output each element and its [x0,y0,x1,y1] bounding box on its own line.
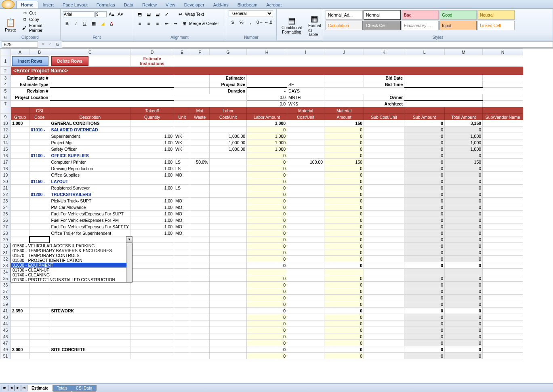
wrap-text-icon[interactable]: ↩ [176,10,184,18]
cell[interactable]: 0 [247,165,287,172]
cell[interactable] [11,320,29,327]
cell[interactable] [210,198,247,204]
cell[interactable] [29,340,50,346]
col-header-I[interactable]: I [287,49,324,55]
cell[interactable] [364,256,404,262]
cell[interactable] [130,262,174,269]
cell[interactable]: 0 [445,262,483,269]
cell[interactable]: 0 [445,353,483,359]
cell[interactable]: 1,000.00 [210,146,247,152]
cell[interactable] [130,353,174,359]
cell[interactable] [130,243,174,249]
cell[interactable]: 0 [404,152,445,159]
cell[interactable]: Amount [324,114,364,120]
cell[interactable]: MO [174,204,190,211]
align-middle-icon[interactable]: ⬓ [145,10,153,18]
cell[interactable] [287,295,324,301]
cell[interactable] [210,256,247,262]
cell[interactable] [11,165,29,172]
cell[interactable]: 150 [445,159,483,165]
increase-decimal-icon[interactable]: .0→ [255,18,263,26]
cell[interactable]: Fuel For Vehicles/Expenses For SUPT [50,211,130,217]
cell[interactable] [11,107,29,114]
cell[interactable]: MO [174,198,190,204]
cell[interactable]: 1,000 [445,139,483,146]
cell[interactable] [483,198,523,204]
cell[interactable]: 0 [445,126,483,133]
cell[interactable]: Fuel For Vehicles/Expenses For SAFETY [50,223,130,230]
cell[interactable]: Labor [210,107,247,114]
cell[interactable] [190,230,210,236]
cell[interactable] [174,320,190,327]
cell[interactable]: MO [174,217,190,223]
cell[interactable] [364,217,404,223]
cell[interactable] [130,346,174,353]
cell[interactable]: 01200 - [29,191,50,198]
cell[interactable] [210,308,247,314]
cell[interactable] [29,185,50,191]
cell[interactable]: 0 [324,308,364,314]
cell[interactable] [364,282,404,288]
format-as-table-button[interactable]: ▦ Format as Table [306,10,324,40]
active-cell[interactable] [29,236,50,243]
style-normal[interactable]: Normal [364,10,401,20]
cell[interactable] [364,120,404,126]
font-name-select[interactable] [63,11,95,17]
cell[interactable]: 0 [247,340,287,346]
cell[interactable] [287,249,324,256]
cell[interactable] [287,275,324,282]
cell[interactable]: 0 [445,314,483,320]
cell[interactable] [483,275,523,282]
cell[interactable] [50,314,130,320]
cell[interactable]: 0 [445,223,483,230]
merge-label[interactable]: Merge & Center [189,21,219,26]
cell[interactable] [11,301,29,308]
cell[interactable]: 0 [247,204,287,211]
cell[interactable] [190,327,210,333]
col-header-E[interactable]: E [174,49,190,55]
cell[interactable]: 0 [247,172,287,178]
cell[interactable]: 3,150 [445,120,483,126]
align-left-icon[interactable]: ≡ [136,19,144,27]
cell[interactable] [11,172,29,178]
cell[interactable] [364,308,404,314]
dropdown-option[interactable]: 01570 - TEMPORARY CONTROLS [11,253,132,258]
cell[interactable] [11,340,29,346]
cell[interactable] [190,172,210,178]
row-header-29[interactable]: 29 [0,236,11,243]
tab-data[interactable]: Data [120,1,138,8]
cell[interactable] [287,120,324,126]
cell[interactable]: 1,000 [445,133,483,139]
cell[interactable]: 0 [445,282,483,288]
cell[interactable]: 0 [247,288,287,295]
cell[interactable]: Waste [190,114,210,120]
cell[interactable] [190,152,210,159]
tab-review[interactable]: Review [138,1,161,8]
currency-icon[interactable]: $ [229,18,237,26]
cell[interactable]: 0 [404,295,445,301]
cell[interactable] [50,353,130,359]
cell[interactable]: 0 [445,172,483,178]
cell[interactable]: GENERAL CONDITIONS [50,120,130,126]
cell[interactable] [11,133,29,139]
cell[interactable]: 0 [404,301,445,308]
cell[interactable] [174,346,190,353]
cell[interactable] [174,107,190,114]
row-header-22[interactable]: 22 [0,191,11,198]
cell[interactable] [287,211,324,217]
cell[interactable]: SALARIED OVERHEAD [50,126,130,133]
cell[interactable]: MO [174,211,190,217]
cell[interactable]: Group [11,114,29,120]
copy-button[interactable]: ⧉Copy [20,16,58,22]
cell[interactable] [324,75,364,81]
cell[interactable] [50,94,174,101]
delete-rows-button[interactable]: Delete Rows [51,56,88,66]
dropdown-option[interactable]: 01700 - CLEAN-UP [11,268,132,272]
cell[interactable]: 0 [324,165,364,172]
cell[interactable]: 150 [324,159,364,165]
col-header-M[interactable]: M [445,49,483,55]
cell[interactable] [287,288,324,295]
cell[interactable] [404,101,483,107]
cell[interactable]: Total Amount [445,114,483,120]
cell[interactable]: Takeoff [130,107,174,114]
